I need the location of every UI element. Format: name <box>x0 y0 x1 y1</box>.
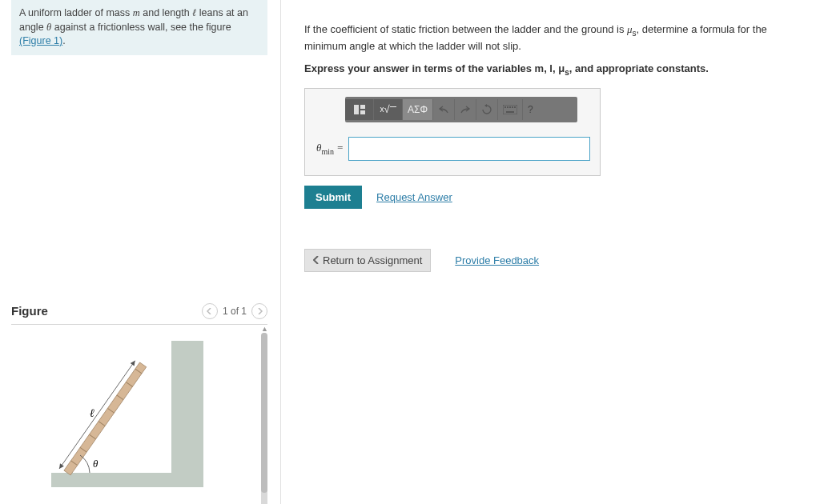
reset-icon <box>481 104 492 115</box>
column-divider <box>280 0 281 504</box>
svg-rect-15 <box>503 105 517 114</box>
svg-rect-1 <box>51 473 203 487</box>
figure-title: Figure <box>11 304 48 318</box>
figure-image: ℓ θ <box>11 333 235 501</box>
request-answer-link[interactable]: Request Answer <box>376 191 452 203</box>
undo-icon <box>438 105 449 114</box>
var-l: l <box>549 62 553 74</box>
problem-description: A uniform ladder of mass m and length ℓ … <box>11 0 267 55</box>
svg-rect-16 <box>504 106 506 108</box>
chevron-right-icon <box>256 308 263 314</box>
answer-instruction: Express your answer in terms of the vari… <box>304 62 809 77</box>
figure-pager: 1 of 1 <box>202 303 267 319</box>
help-button[interactable]: ? <box>523 99 538 120</box>
length-label: ℓ <box>90 407 94 419</box>
math-root-button[interactable]: x√ <box>374 99 403 120</box>
angle-label: θ <box>93 458 98 470</box>
svg-rect-13 <box>360 105 365 109</box>
question-text: If the coefficient of static friction be… <box>304 22 809 54</box>
submit-row: Submit Request Answer <box>304 186 809 209</box>
redo-icon <box>460 105 471 114</box>
chevron-left-icon <box>207 308 213 314</box>
instruct-text: , and appropriate constants. <box>569 62 709 74</box>
return-to-assignment-button[interactable]: Return to Assignment <box>304 249 431 272</box>
provide-feedback-link[interactable]: Provide Feedback <box>455 254 539 266</box>
figure-prev-button[interactable] <box>202 303 218 319</box>
svg-rect-21 <box>506 111 514 113</box>
svg-rect-14 <box>360 110 365 114</box>
svg-rect-2 <box>64 362 147 474</box>
figure-body: ℓ θ ▲ ▼ <box>11 333 267 505</box>
reset-button[interactable] <box>476 99 498 120</box>
bottom-nav: Return to Assignment Provide Feedback <box>304 249 809 272</box>
figure-next-button[interactable] <box>251 303 267 319</box>
svg-rect-20 <box>514 106 516 108</box>
theta-subscript: min <box>321 146 334 155</box>
svg-rect-18 <box>509 106 511 108</box>
templates-button[interactable] <box>345 99 374 120</box>
svg-rect-0 <box>171 341 203 485</box>
return-label: Return to Assignment <box>323 254 422 266</box>
figure-pager-text: 1 of 1 <box>223 306 247 317</box>
answer-input[interactable] <box>348 137 590 161</box>
var-m: m <box>133 7 140 18</box>
answer-input-row: θmin = <box>305 122 600 175</box>
chevron-left-icon <box>313 256 320 264</box>
greek-letters-button[interactable]: ΑΣΦ <box>403 99 433 120</box>
var-m: m <box>535 62 545 74</box>
question-line: If the coefficient of static friction be… <box>304 23 627 35</box>
problem-text: A uniform ladder of mass <box>19 7 133 18</box>
keyboard-button[interactable] <box>498 99 523 120</box>
problem-text: and length <box>140 7 192 18</box>
scroll-up-icon[interactable]: ▲ <box>261 325 267 333</box>
equation-toolbar: x√ ΑΣΦ ? <box>345 97 577 122</box>
submit-button[interactable]: Submit <box>304 186 362 209</box>
redo-button[interactable] <box>455 99 476 120</box>
var-mu: μ <box>558 62 565 74</box>
figure-header: Figure 1 of 1 <box>11 303 267 325</box>
undo-button[interactable] <box>433 99 455 120</box>
keyboard-icon <box>503 105 517 114</box>
answer-box: x√ ΑΣΦ ? θmin = <box>304 88 601 176</box>
instruct-text: Express your answer in terms of the vari… <box>304 62 535 74</box>
figure-link[interactable]: (Figure 1) <box>19 35 62 46</box>
problem-text: against a frictionless wall, see the fig… <box>51 22 231 33</box>
equals-sign: = <box>334 142 344 154</box>
svg-rect-19 <box>512 106 513 108</box>
answer-variable-label: θmin = <box>316 142 344 156</box>
svg-rect-12 <box>354 105 359 114</box>
templates-icon <box>353 104 366 115</box>
svg-rect-17 <box>507 106 508 108</box>
figure-scrollbar[interactable] <box>261 333 267 505</box>
problem-text: . <box>62 35 65 46</box>
svg-line-11 <box>59 360 135 468</box>
